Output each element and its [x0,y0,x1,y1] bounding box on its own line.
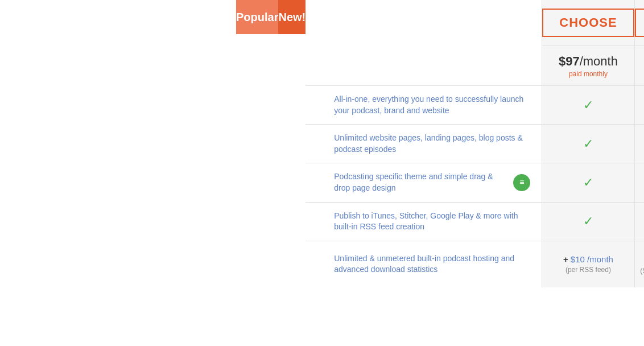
popular-price: $97/month [559,54,618,69]
popular-addon-main: + $10 /month [563,254,613,264]
feature-row-2: Unlimited website pages, landing pages, … [306,124,644,163]
new-label: New! [278,11,306,24]
price-row: $97/month paid monthly $77/month paid an… [306,46,644,85]
feature-label-5: Unlimited & unmetered built-in podcast h… [306,241,542,287]
new-addon-sub: (Saving an additional $120 per year) [639,267,644,283]
feature-label-1: All-in-one, everything you need to succe… [306,86,542,124]
new-price-cell: $77/month paid annually [634,46,644,85]
popular-price-cell: $97/month paid monthly [542,46,634,85]
new-header: New! [278,0,306,34]
popular-label: Popular [236,11,278,24]
feature-row-4: Publish to iTunes, Stitcher, Google Play… [306,202,644,241]
pricing-table: Popular New! CHOOSE CHOOSE $97/month [0,0,644,287]
plugin-icon: ≡ [513,174,530,191]
new-addon-cell: First RSS feed included (Saving an addit… [634,241,644,287]
features-price-empty [306,46,542,85]
feature-row-1: All-in-one, everything you need to succe… [306,85,644,124]
new-check-4: ✓ [634,203,644,241]
popular-choose-cell: CHOOSE [542,0,634,46]
popular-billing: paid monthly [569,70,608,78]
popular-check-3: ✓ [542,163,634,201]
popular-check-2: ✓ [542,125,634,163]
new-addon-main: First RSS feed included [639,246,644,265]
new-choose-button[interactable]: CHOOSE [635,9,644,37]
feature-row-5: Unlimited & unmetered built-in podcast h… [306,241,644,287]
new-check-1: ✓ [634,86,644,124]
feature-label-4: Publish to iTunes, Stitcher, Google Play… [306,203,542,241]
new-check-2: ✓ [634,125,644,163]
popular-check-4: ✓ [542,203,634,241]
new-check-3: ✓ [634,163,644,201]
new-choose-cell: CHOOSE [634,0,644,46]
features-header-empty [0,0,236,34]
popular-addon-sub: (per RSS feed) [565,266,611,274]
feature-label-2: Unlimited website pages, landing pages, … [306,125,542,163]
feature-label-3: Podcasting specific theme and simple dra… [306,163,542,201]
choose-row: CHOOSE CHOOSE [306,0,644,46]
feature-row-3: Podcasting specific theme and simple dra… [306,163,644,201]
popular-addon-cell: + $10 /month (per RSS feed) [542,241,634,287]
popular-check-1: ✓ [542,86,634,124]
popular-header: Popular [236,0,278,34]
features-choose-empty [306,0,542,46]
popular-choose-button[interactable]: CHOOSE [542,9,634,37]
